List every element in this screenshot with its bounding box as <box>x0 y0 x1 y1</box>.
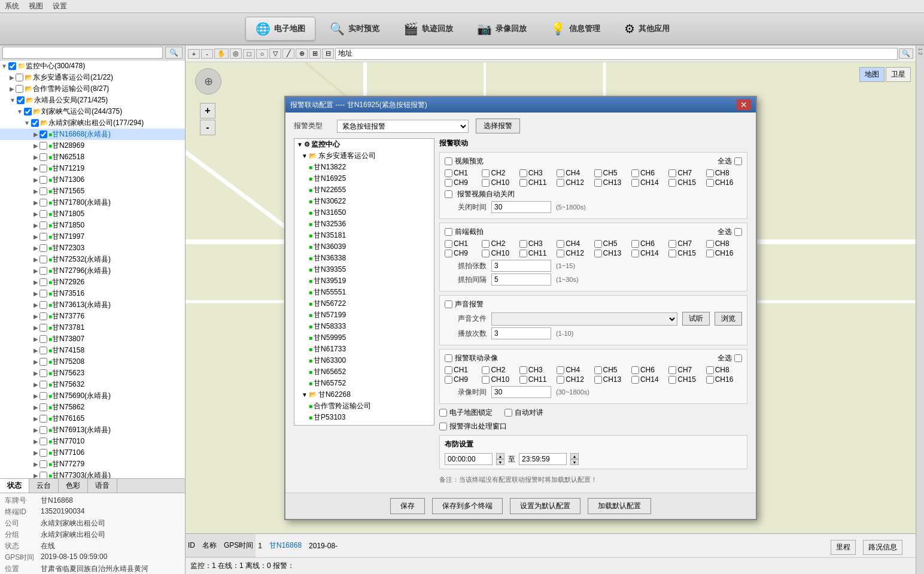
tree-checkbox[interactable] <box>16 74 23 81</box>
expand-icon[interactable]: ▶ <box>34 199 38 206</box>
tree-checkbox[interactable] <box>39 324 47 332</box>
tree-checkbox[interactable] <box>39 210 47 218</box>
tree-item-root[interactable]: ▼ 📁 监控中心(300/478) <box>0 60 185 72</box>
tree-item-v26[interactable]: ▶ ■ 甘N76165 <box>0 413 185 424</box>
tree-item-v1[interactable]: ▶ ■ 甘N16868(永靖县) <box>0 129 185 140</box>
tree-checkbox[interactable] <box>39 369 47 377</box>
map-btn-circle[interactable]: ○ <box>256 49 268 59</box>
expand-icon[interactable]: ▶ <box>34 450 38 456</box>
tree-checkbox[interactable] <box>39 278 47 286</box>
expand-icon[interactable]: ▼ <box>24 120 30 126</box>
expand-icon[interactable]: ▶ <box>34 302 38 308</box>
dialog-close-button[interactable]: ✕ <box>737 99 751 110</box>
tree-checkbox[interactable] <box>39 460 47 468</box>
tree-checkbox[interactable] <box>39 290 47 297</box>
tree-checkbox[interactable] <box>39 403 47 411</box>
tree-v20[interactable]: ■ 甘N65752 <box>294 378 434 389</box>
tree-v9[interactable]: ■ 甘N36338 <box>294 253 434 264</box>
tree-checkbox[interactable] <box>39 187 47 195</box>
menu-settings[interactable]: 设置 <box>53 1 67 11</box>
audio-browse-btn[interactable]: 浏览 <box>715 312 742 326</box>
tree-item-v19[interactable]: ▶ ■ 甘N73807 <box>0 333 185 345</box>
tree-checkbox[interactable] <box>24 108 32 116</box>
expand-icon[interactable]: ▶ <box>34 211 38 217</box>
tree-item-v30[interactable]: ▶ ■ 甘N77279 <box>0 458 185 470</box>
map-btn-zoom-out[interactable]: ⊟ <box>322 48 334 59</box>
tree-checkbox[interactable] <box>17 96 25 104</box>
tree-checkbox[interactable] <box>39 347 47 354</box>
tree-checkbox[interactable] <box>39 381 47 388</box>
expand-icon[interactable]: ▶ <box>34 154 38 160</box>
play-count-input[interactable] <box>491 327 551 339</box>
tree-item-v20[interactable]: ▶ ■ 甘N74158 <box>0 345 185 356</box>
tree-checkbox[interactable] <box>39 335 47 343</box>
alert-popup-checkbox[interactable] <box>439 423 447 430</box>
tree-checkbox[interactable] <box>39 256 47 263</box>
tab-qita[interactable]: ⚙ 其他应用 <box>615 17 679 41</box>
tree-item-v16[interactable]: ▶ ■ 甘N73613(永靖县) <box>0 299 185 311</box>
link-record-checkbox[interactable] <box>445 354 452 362</box>
tree-item-v27[interactable]: ▶ ■ 甘N76913(永靖县) <box>0 424 185 436</box>
zoom-in-btn[interactable]: + <box>200 103 215 119</box>
expand-icon[interactable]: ▶ <box>34 188 38 195</box>
tree-item-v13[interactable]: ▶ ■ 甘N72796(永靖县) <box>0 265 185 277</box>
close-time-input[interactable] <box>491 201 551 213</box>
expand-icon[interactable]: ▶ <box>34 165 38 172</box>
expand-icon[interactable]: ▼ <box>10 97 16 104</box>
expand-icon[interactable]: ▶ <box>34 404 38 411</box>
tree-v2[interactable]: ■ 甘N16925 <box>294 173 434 184</box>
expand-icon[interactable]: ▶ <box>34 256 38 263</box>
tree-checkbox[interactable] <box>39 199 47 206</box>
zoom-out-btn[interactable]: - <box>200 120 215 135</box>
expand-icon[interactable]: ▶ <box>10 74 14 81</box>
tree-v8[interactable]: ■ 甘N36039 <box>294 241 434 253</box>
tree-checkbox[interactable] <box>39 176 47 184</box>
audio-test-btn[interactable]: 试听 <box>682 312 710 326</box>
expand-icon[interactable]: ▼ <box>17 108 23 115</box>
tree-checkbox[interactable] <box>39 142 47 150</box>
tree-checkbox[interactable] <box>39 438 47 445</box>
info-tab-status[interactable]: 状态 <box>0 479 29 493</box>
deploy-from-input[interactable] <box>445 453 493 465</box>
tree-checkbox[interactable] <box>39 130 47 138</box>
tree-checkbox[interactable] <box>39 392 47 400</box>
map-btn-measure[interactable]: ⊕ <box>296 48 308 59</box>
tree-item-v7[interactable]: ▶ ■ 甘N71780(永靖县) <box>0 197 185 208</box>
tree-item-v11[interactable]: ▶ ■ 甘N72303 <box>0 242 185 254</box>
tree-checkbox[interactable] <box>39 312 47 320</box>
dialog-tree[interactable]: ▼ ⚙ 监控中心 ▼ 📂 东乡安通客运公司 ■ 甘N13822 <box>294 138 434 426</box>
tree-c1[interactable]: ▼ 📂 东乡安通客运公司 <box>294 150 434 162</box>
tree-item-v2[interactable]: ▶ ■ 甘N28969 <box>0 140 185 151</box>
map-btn-polygon[interactable]: ▽ <box>269 48 281 59</box>
tree-item-v8[interactable]: ▶ ■ 甘N71805 <box>0 208 185 220</box>
tab-luying[interactable]: 📷 录像回放 <box>467 17 536 41</box>
auto-intercom-checkbox[interactable] <box>504 409 512 417</box>
save-button[interactable]: 保存 <box>390 498 425 514</box>
map-btn-point[interactable]: ◎ <box>230 48 242 59</box>
spin-down-btn2[interactable]: ▼ <box>570 459 579 465</box>
tree-v4[interactable]: ■ 甘N30622 <box>294 196 434 207</box>
tab-xinxi[interactable]: 💡 信息管理 <box>541 17 610 41</box>
tree-checkbox[interactable] <box>39 165 47 172</box>
expand-icon[interactable]: ▶ <box>34 415 38 422</box>
auto-close-checkbox[interactable] <box>445 190 452 198</box>
map-compass[interactable]: ⊕ <box>195 68 221 95</box>
expand-icon[interactable]: ▶ <box>34 381 38 388</box>
tree-item-v24[interactable]: ▶ ■ 甘N75690(永靖县) <box>0 390 185 402</box>
tree-area[interactable]: ▼ 📁 监控中心(300/478) ▶ 📂 东乡安通客运公司(21/22) ▶ … <box>0 60 185 478</box>
tree-checkbox[interactable] <box>39 449 47 457</box>
expand-icon[interactable]: ▶ <box>34 370 38 376</box>
tree-c2[interactable]: ▼ 📂 甘N62268 <box>294 389 434 400</box>
tree-v19[interactable]: ■ 甘N65652 <box>294 366 434 378</box>
tree-item-c3[interactable]: ▼ 📂 永靖县公安局(271/425) <box>0 95 185 106</box>
tree-item-v3[interactable]: ▶ ■ 甘N62518 <box>0 151 185 163</box>
expand-icon[interactable]: ▶ <box>34 336 38 342</box>
all-select-checkbox[interactable] <box>734 157 742 165</box>
expand-icon[interactable]: ▶ <box>34 233 38 240</box>
tree-item-v4[interactable]: ▶ ■ 甘N71219 <box>0 163 185 174</box>
tree-checkbox[interactable] <box>39 415 47 423</box>
tree-item-v14[interactable]: ▶ ■ 甘N72926 <box>0 277 185 288</box>
tree-checkbox[interactable] <box>39 244 47 252</box>
tree-checkbox[interactable] <box>39 153 47 161</box>
tree-v10[interactable]: ■ 甘N39355 <box>294 264 434 275</box>
